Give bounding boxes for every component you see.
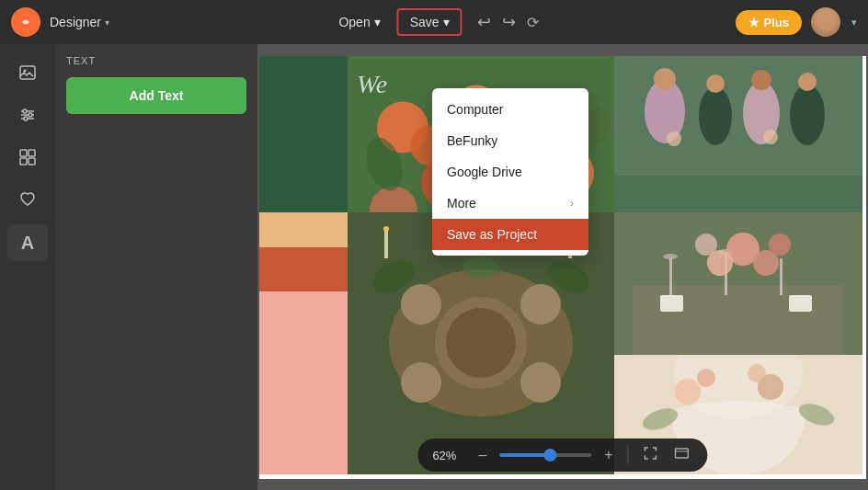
color-block-light-pink: [259, 291, 348, 474]
main-layout: A TEXT Add Text Computer BeFunky Google …: [0, 44, 868, 490]
tool-panel: TEXT Add Text: [55, 44, 257, 490]
svg-point-42: [763, 130, 778, 144]
svg-point-39: [798, 73, 817, 91]
refresh-icon[interactable]: ⟳: [527, 14, 539, 31]
tool-panel-label: TEXT: [66, 55, 246, 66]
undo-icon[interactable]: ↩: [477, 12, 491, 32]
left-color-blocks: [259, 56, 348, 474]
save-button[interactable]: Save ▾: [397, 8, 463, 36]
svg-rect-12: [29, 158, 35, 165]
canvas-area: Computer BeFunky Google Drive More › Sav…: [257, 44, 868, 490]
svg-rect-71: [789, 295, 812, 312]
svg-rect-11: [20, 158, 27, 165]
save-dropdown-menu: Computer BeFunky Google Drive More › Sav…: [432, 88, 588, 256]
sidebar: A: [0, 44, 55, 490]
svg-point-61: [663, 254, 678, 259]
heart-icon: [18, 190, 37, 211]
sidebar-item-layout[interactable]: [7, 140, 48, 177]
svg-point-35: [706, 74, 725, 93]
svg-point-8: [24, 117, 28, 120]
sidebar-item-image[interactable]: [7, 55, 48, 92]
sidebar-item-favorites[interactable]: [7, 182, 48, 219]
app-logo[interactable]: [11, 7, 40, 37]
svg-point-77: [748, 364, 766, 382]
svg-rect-70: [660, 295, 683, 312]
fit-screen-icon[interactable]: [671, 444, 693, 466]
svg-point-47: [401, 284, 441, 325]
svg-point-38: [790, 85, 825, 145]
svg-rect-9: [20, 150, 27, 156]
app-chevron-icon: ▾: [105, 17, 109, 28]
svg-point-69: [769, 234, 791, 256]
svg-point-41: [667, 131, 681, 146]
save-button-wrapper: Save ▾: [397, 8, 463, 36]
fullscreen-icon[interactable]: [640, 444, 662, 466]
svg-point-48: [520, 284, 561, 325]
zoom-out-button[interactable]: –: [474, 445, 490, 465]
zoom-slider-thumb: [543, 449, 556, 462]
svg-rect-10: [29, 150, 35, 156]
topbar-icons: ↩ ↪ ⟳: [477, 12, 539, 32]
avatar[interactable]: [811, 7, 840, 37]
open-chevron-icon: ▾: [374, 15, 381, 29]
plus-button[interactable]: ★ Plus: [736, 10, 802, 35]
text-icon: A: [21, 234, 34, 252]
dropdown-item-google-drive[interactable]: Google Drive: [432, 156, 588, 188]
dropdown-item-more[interactable]: More ›: [432, 188, 588, 219]
open-button[interactable]: Open ▾: [329, 9, 389, 35]
app-name-button[interactable]: Designer ▾: [50, 15, 109, 29]
svg-point-34: [699, 86, 732, 145]
svg-point-53: [463, 256, 499, 279]
svg-point-33: [654, 68, 676, 90]
svg-rect-64: [780, 258, 782, 295]
star-icon: ★: [748, 16, 760, 29]
dropdown-item-befunky[interactable]: BeFunky: [432, 125, 588, 156]
color-block-dark-green: [259, 56, 348, 212]
svg-rect-54: [384, 231, 388, 258]
zoom-in-button[interactable]: +: [600, 445, 616, 465]
centerpiece-image: [614, 212, 862, 355]
svg-point-46: [446, 308, 516, 378]
svg-point-6: [23, 109, 27, 113]
add-text-button[interactable]: Add Text: [66, 77, 246, 114]
avatar-chevron-icon[interactable]: ▾: [851, 17, 857, 28]
layout-icon: [18, 148, 37, 169]
dropdown-item-computer[interactable]: Computer: [432, 94, 588, 125]
svg-rect-60: [669, 258, 672, 295]
svg-point-7: [29, 113, 32, 117]
save-chevron-icon: ▾: [443, 15, 450, 29]
dropdown-item-save-as-project[interactable]: Save as Project: [432, 219, 588, 250]
svg-point-55: [383, 226, 389, 232]
wedding-party-image: [614, 56, 862, 212]
topbar: Designer ▾ Open ▾ Save ▾ ↩ ↪ ⟳ ★ Plus ▾: [0, 0, 868, 44]
color-block-peach: [259, 212, 348, 247]
image-icon: [18, 63, 37, 85]
svg-point-75: [697, 369, 715, 387]
svg-point-74: [675, 379, 701, 405]
zoom-divider: [628, 446, 629, 464]
zoom-slider-fill: [499, 453, 550, 457]
zoom-percent: 62%: [432, 449, 465, 462]
svg-rect-80: [676, 449, 689, 458]
adjust-icon: [18, 106, 37, 127]
topbar-center: Open ▾ Save ▾ ↩ ↪ ⟳: [329, 8, 538, 36]
svg-point-50: [520, 362, 561, 403]
redo-icon[interactable]: ↪: [502, 12, 516, 32]
svg-rect-1: [20, 66, 35, 79]
sidebar-item-adjust[interactable]: [7, 97, 48, 134]
svg-rect-40: [614, 176, 862, 212]
more-chevron-icon: ›: [570, 197, 574, 210]
zoom-slider[interactable]: [499, 453, 591, 457]
zoom-bar: 62% – +: [417, 439, 707, 472]
script-text: We: [357, 70, 387, 99]
svg-point-68: [695, 234, 717, 256]
color-block-rust: [259, 247, 348, 291]
sidebar-item-text[interactable]: A: [7, 224, 48, 261]
svg-point-37: [751, 70, 771, 90]
svg-point-49: [401, 362, 441, 403]
